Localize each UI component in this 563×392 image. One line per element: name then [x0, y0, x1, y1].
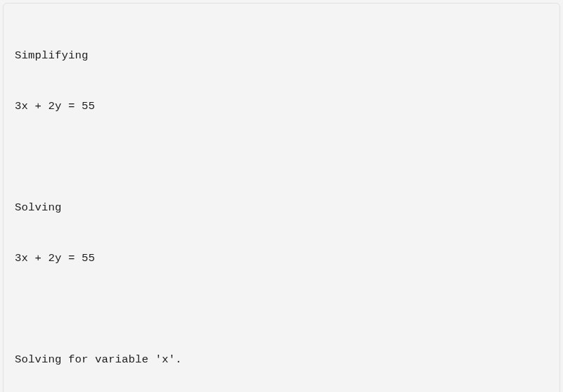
code-line: 3x + 2y = 55	[15, 250, 548, 267]
code-line: Solving for variable 'x'.	[15, 351, 548, 368]
code-line: Simplifying	[15, 47, 548, 64]
code-line	[15, 301, 548, 317]
code-line: Solving	[15, 199, 548, 216]
code-line	[15, 148, 548, 165]
code-block: Simplifying 3x + 2y = 55 Solving 3x + 2y…	[3, 3, 560, 392]
code-line: 3x + 2y = 55	[15, 98, 548, 115]
